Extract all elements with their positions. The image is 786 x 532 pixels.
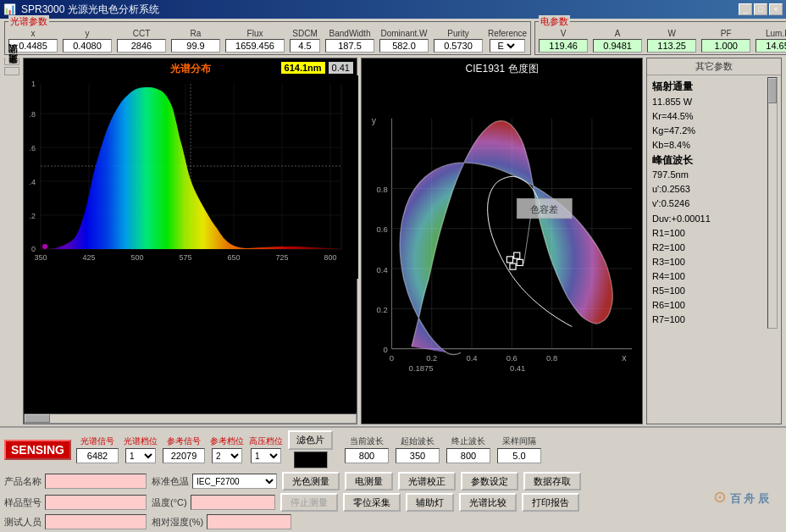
svg-text:650: 650 — [227, 253, 240, 262]
svg-text:0.2: 0.2 — [377, 305, 388, 314]
signal-ref-gear: 参考档位 123 — [210, 435, 244, 463]
param-set-button[interactable]: 参数设定 — [461, 472, 518, 490]
zero-collect-button[interactable]: 零位采集 — [343, 493, 401, 512]
param-y: y 0.4080 — [63, 29, 112, 53]
hv-gear-select[interactable]: 123 — [251, 448, 281, 463]
tester-input[interactable] — [45, 514, 147, 529]
spectrum-scrollbar[interactable] — [24, 413, 357, 424]
signal-ref-value: 22079 — [163, 448, 205, 463]
spec-compare-button[interactable]: 光谱比较 — [459, 493, 517, 512]
svg-text:1: 1 — [31, 80, 36, 88]
param-w-value: 113.25 — [647, 39, 696, 53]
svg-text:0.8: 0.8 — [546, 353, 557, 363]
data-get-button[interactable]: 数据存取 — [523, 472, 581, 490]
param-x-label: x — [31, 29, 36, 38]
tester-label: 测试人员 — [4, 516, 42, 529]
stop-measure-button[interactable]: 停止测量 — [280, 493, 338, 512]
form-row2: 样品型号 温度(°C) 停止测量 零位采集 辅助灯 光谱比较 打印报告 — [4, 493, 782, 512]
svg-text:0: 0 — [31, 245, 36, 253]
spectral-params-group: 光谱参数 x 0.4485 y 0.4080 CCT 2846 Ra 99.9 … — [4, 21, 531, 55]
electric-params-group: 电参数 V 119.46 A 0.9481 W 113.25 PF 1.000 … — [534, 21, 786, 55]
svg-text:.8: .8 — [29, 110, 36, 119]
wl-end-value: 800 — [446, 448, 490, 463]
humidity-item: 相对湿度(%) — [152, 514, 291, 529]
wl-end-label: 终止波长 — [451, 435, 485, 447]
svg-text:425: 425 — [82, 253, 95, 262]
params-row: 光谱参数 x 0.4485 y 0.4080 CCT 2846 Ra 99.9 … — [0, 19, 786, 58]
sample-type-input[interactable] — [45, 495, 147, 510]
svg-text:0.8: 0.8 — [377, 185, 388, 194]
param-y-label: y — [86, 29, 90, 38]
svg-text:0.2: 0.2 — [426, 353, 437, 363]
std-color-select[interactable]: IEC_F2700 — [192, 474, 277, 489]
filter-section: 滤色片 — [288, 430, 333, 468]
tab-spectrum[interactable]: 光谱测量 — [4, 67, 19, 75]
sample-type-label: 样品型号 — [4, 496, 42, 509]
product-name-item: 产品名称 — [4, 474, 147, 489]
signal-spectrum-label: 光谱信号 — [80, 435, 114, 447]
svg-text:0: 0 — [383, 345, 387, 354]
peak-val-value: 0.41 — [329, 62, 353, 74]
temp-input[interactable] — [191, 495, 275, 510]
param-sdcm-label: SDCM — [292, 29, 317, 38]
scrollbar-thumb[interactable] — [25, 414, 50, 423]
std-color-label: 标准色温 — [152, 475, 189, 488]
svg-text:575: 575 — [179, 253, 191, 262]
param-flux: Flux 1659.456 — [225, 29, 285, 53]
svg-text:0.4: 0.4 — [377, 265, 388, 274]
other-params-title: 其它参数 — [647, 58, 781, 75]
watermark: ⊙ 百 舟 辰 — [713, 488, 769, 507]
title-icon: 📊 — [3, 3, 16, 15]
param-cct-value: 2846 — [117, 39, 166, 53]
param-a-label: A — [615, 29, 621, 38]
svg-text:0.1875: 0.1875 — [409, 363, 434, 373]
maximize-button[interactable]: □ — [754, 3, 767, 15]
svg-text:.2: .2 — [29, 212, 36, 220]
param-dw-value: 582.0 — [379, 39, 429, 53]
param-flux-value: 1659.456 — [225, 39, 285, 53]
param-sdcm-value: 4.5 — [290, 39, 320, 53]
measure-button[interactable]: 光色测量 — [282, 472, 340, 490]
param-reference: Reference E E — [488, 29, 527, 53]
param-reference-value[interactable]: E E — [490, 39, 525, 53]
param-bw: BandWidth 187.5 — [325, 29, 374, 53]
param-pf-value: 1.000 — [701, 39, 750, 53]
wavelength-group: 当前波长 800 起始波长 350 终止波长 800 采样间隔 5.0 — [345, 435, 541, 463]
electric-button[interactable]: 电测量 — [345, 472, 393, 490]
minimize-button[interactable]: _ — [739, 3, 752, 15]
signal-ref-gear-label: 参考档位 — [210, 435, 244, 447]
svg-text:x: x — [622, 352, 627, 363]
sample-type-item: 样品型号 — [4, 495, 147, 510]
print-report-button[interactable]: 打印报告 — [522, 493, 579, 512]
svg-text:0.6: 0.6 — [506, 353, 518, 363]
electric-params-label: 电参数 — [539, 15, 570, 28]
tab-monitor[interactable]: 监测试 — [4, 58, 19, 65]
title-bar: 📊 SPR3000 光源光电色分析系统 _ □ × — [0, 0, 786, 19]
reference-select[interactable]: E — [506, 40, 518, 52]
param-ra-label: Ra — [191, 29, 202, 38]
param-w: W 113.25 — [647, 29, 696, 53]
product-name-input[interactable] — [45, 474, 147, 489]
svg-text:y: y — [372, 115, 377, 125]
cie-svg: 0 0.2 0.4 0.6 0.8 0 0.2 0.4 0.6 0.8 x y — [362, 58, 642, 424]
filter-button[interactable]: 滤色片 — [288, 430, 333, 450]
close-button[interactable]: × — [769, 3, 783, 15]
param-pf-label: PF — [721, 29, 732, 38]
param-v-value: 119.46 — [539, 39, 588, 53]
wl-current-label: 当前波长 — [350, 435, 384, 447]
spectrum-gear-select[interactable]: 123 — [125, 448, 156, 463]
humidity-input[interactable] — [207, 514, 291, 529]
spectrum-chart-title: 光谱分布 — [170, 62, 211, 76]
param-cct-label: CCT — [133, 29, 151, 38]
spectrum-chart: 光谱分布 614.1nm 0.41 — [23, 58, 357, 424]
form-row3: 测试人员 相对湿度(%) — [4, 514, 782, 529]
aux-light-button[interactable]: 辅助灯 — [406, 493, 454, 512]
filter-color-display — [294, 452, 328, 468]
param-y-value: 0.4080 — [63, 39, 112, 53]
param-bw-value: 187.5 — [325, 39, 374, 53]
spec-calib-button[interactable]: 光谱校正 — [398, 472, 456, 490]
product-name-label: 产品名称 — [4, 475, 42, 488]
param-a-value: 0.9481 — [593, 39, 642, 53]
form-row1: 产品名称 标准色温 IEC_F2700 光色测量 电测量 光谱校正 参数设定 数… — [4, 472, 782, 490]
ref-gear-select[interactable]: 123 — [212, 448, 242, 463]
